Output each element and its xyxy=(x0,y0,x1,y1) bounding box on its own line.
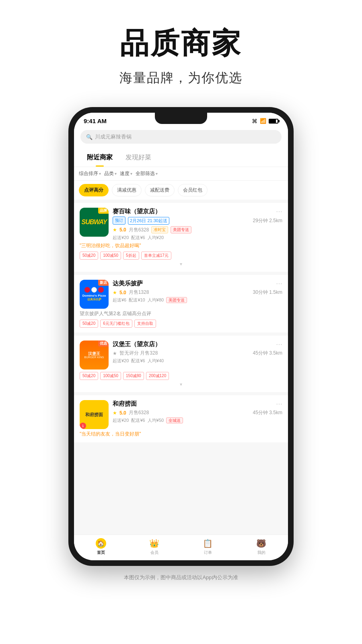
bottom-nav: 🏠 首页 👑 会员 📋 订单 🐻 我的 xyxy=(74,535,288,560)
merchant-logo-subway: SUBWAY 品牌 xyxy=(80,208,109,237)
dominos-badge: 新店 xyxy=(98,280,109,286)
dominos-more-icon[interactable]: ⋯ xyxy=(276,280,282,287)
hefu-tag-quancheng: 全城送 xyxy=(166,417,183,423)
subway-tag-meituan: 美团专送 xyxy=(171,226,191,233)
filter-sort[interactable]: 综合排序 ▾ xyxy=(79,170,101,177)
nav-order[interactable]: 📋 订单 xyxy=(181,538,234,555)
page-subtitle: 海量品牌，为你优选 xyxy=(119,69,243,87)
filter-row: 综合排序 ▾ 品类 ▾ 速度 ▾ 全部筛选 ▾ xyxy=(74,167,288,181)
hefu-notification-dot: 1 xyxy=(80,423,86,429)
bk-time-dist: 45分钟 3.5km xyxy=(253,350,282,357)
filter-category[interactable]: 品类 ▾ xyxy=(104,170,117,177)
hefu-price-row: 起送¥20 配送¥6 人均¥50 全城送 xyxy=(113,417,282,423)
hefu-monthly-sales: 月售6328 xyxy=(129,409,149,416)
hefu-review: "当天结的友友，当日变好朋" xyxy=(80,431,282,438)
merchant-header-dominos: Domino's Pizza 达美乐比萨 新店 达美乐披萨 ⋯ ★ 5.0 xyxy=(80,280,282,309)
merchant-card-hefu[interactable]: 和府捞面 1 和府捞面 ⋯ ★ 5.0 月售6328 xyxy=(74,395,288,442)
home-icon: 🏠 xyxy=(96,538,106,549)
dominos-info: 达美乐披萨 ⋯ ★ 5.0 月售1328 30分钟 1.5km xyxy=(113,280,282,303)
bk-badge: 优选 xyxy=(98,341,109,347)
subway-more-icon[interactable]: ⋯ xyxy=(276,208,282,215)
filter-speed[interactable]: 速度 ▾ xyxy=(120,170,132,177)
bk-rating-sales: 暂无评分 月售328 xyxy=(119,350,158,357)
merchant-logo-bk: 汉堡王 BURGER KING 优选 xyxy=(80,341,109,369)
dominos-name-row: 达美乐披萨 ⋯ xyxy=(113,280,282,287)
search-bar[interactable]: 🔍 川成元麻辣香锅 xyxy=(80,130,282,144)
qf-discount[interactable]: 满减优惠 xyxy=(112,184,142,196)
bk-more-icon[interactable]: ⋯ xyxy=(276,341,282,348)
search-icon: 🔍 xyxy=(86,134,93,140)
merchant-card-dominos[interactable]: Domino's Pizza 达美乐比萨 新店 达美乐披萨 ⋯ ★ 5.0 xyxy=(74,275,288,332)
subway-promo-3: 首单立减17元 xyxy=(141,252,171,260)
subway-promo-1: 100减50 xyxy=(100,252,121,260)
subway-prebook: 预订 xyxy=(113,217,125,225)
subway-promo-2: 5折起 xyxy=(123,252,139,260)
search-bar-wrap: 🔍 川成元麻辣香锅 xyxy=(74,127,288,149)
dominos-price-row: 起送¥6 配送¥10 人均¥80 美团专送 xyxy=(113,297,282,303)
qf-high-rating[interactable]: 点评高分 xyxy=(79,184,109,196)
subway-name: 赛百味（望京店） xyxy=(113,208,161,215)
nav-member[interactable]: 👑 会员 xyxy=(128,538,181,555)
all-filter-arrow-icon: ▾ xyxy=(156,171,158,176)
hefu-more-icon[interactable]: ⋯ xyxy=(276,400,282,408)
phone-frame: 9:41 AM ⌘ 📶 🔍 川成元麻辣香锅 附近商家 发现好菜 综合 xyxy=(68,107,294,566)
status-time: 9:41 AM xyxy=(84,118,107,124)
merchant-list: SUBWAY 品牌 赛百味（望京店） ⋯ 预订 2月26日 21:30起送 29 xyxy=(74,200,288,535)
dominos-rating: 5.0 xyxy=(119,290,126,295)
tab-discover-food[interactable]: 发现好菜 xyxy=(119,149,158,167)
hefu-rating: 5.0 xyxy=(119,410,126,416)
tab-row: 附近商家 发现好菜 xyxy=(74,149,288,167)
bk-price-row: 起送¥20 配送¥6 人均¥40 xyxy=(113,358,282,364)
category-arrow-icon: ▾ xyxy=(115,171,117,176)
subway-star-icon: ★ xyxy=(113,227,117,233)
qf-free-delivery[interactable]: 减配送费 xyxy=(145,184,175,196)
subway-badge: 品牌 xyxy=(98,208,109,214)
nav-mine[interactable]: 🐻 我的 xyxy=(234,538,288,555)
subway-rating: 5.0 xyxy=(119,227,126,233)
dominos-star-icon: ★ xyxy=(113,290,117,295)
bk-name: 汉堡王（望京店） xyxy=(113,341,161,348)
subway-expand-arrow[interactable]: ▾ xyxy=(80,261,282,267)
phone-screen: 9:41 AM ⌘ 📶 🔍 川成元麻辣香锅 附近商家 发现好菜 综合 xyxy=(74,113,288,560)
dominos-tag-meituan: 美团专送 xyxy=(166,297,187,303)
merchant-header-subway: SUBWAY 品牌 赛百味（望京店） ⋯ 预订 2月26日 21:30起送 29 xyxy=(80,208,282,241)
qf-member-coupon[interactable]: 会员红包 xyxy=(178,184,208,196)
dominos-time-dist: 30分钟 1.5km xyxy=(253,289,282,296)
order-icon: 📋 xyxy=(203,538,213,549)
bk-promos: 50减20 100减50 150减80 200减120 xyxy=(80,372,282,380)
subway-delivery-row: 预订 2月26日 21:30起送 29分钟 2.5km xyxy=(113,217,282,225)
subway-rating-row: ★ 5.0 月售6328 准时宝 美团专送 xyxy=(113,226,282,233)
subway-price-row: 起送¥20 配送¥6 人均¥20 xyxy=(113,235,282,241)
hefu-star-icon: ★ xyxy=(113,410,117,416)
member-icon: 👑 xyxy=(149,538,160,549)
subway-info: 赛百味（望京店） ⋯ 预订 2月26日 21:30起送 29分钟 2.5km ★ xyxy=(113,208,282,241)
search-placeholder: 川成元麻辣香锅 xyxy=(95,133,132,140)
subway-name-row: 赛百味（望京店） ⋯ xyxy=(113,208,282,215)
merchant-card-subway[interactable]: SUBWAY 品牌 赛百味（望京店） ⋯ 预订 2月26日 21:30起送 29 xyxy=(74,203,288,272)
wifi-signal-icon: 📶 xyxy=(260,118,266,124)
nav-home[interactable]: 🏠 首页 xyxy=(74,538,128,555)
bk-promo-2: 150减80 xyxy=(123,372,144,380)
filter-all[interactable]: 全部筛选 ▾ xyxy=(136,170,158,177)
dominos-monthly-sales: 月售1328 xyxy=(129,289,149,296)
hefu-rating-row: ★ 5.0 月售6328 45分钟 3.5km xyxy=(113,409,282,416)
subway-delivery-time: 2月26日 21:30起送 xyxy=(128,217,169,225)
merchant-header-hefu: 和府捞面 1 和府捞面 ⋯ ★ 5.0 月售6328 xyxy=(80,400,282,429)
bk-expand-arrow[interactable]: ▾ xyxy=(80,382,282,387)
merchant-header-bk: 汉堡王 BURGER KING 优选 汉堡王（望京店） ⋯ ★ 暂无评分 月售3… xyxy=(80,341,282,369)
dominos-name: 达美乐披萨 xyxy=(113,280,143,287)
status-icons: ⌘ 📶 xyxy=(252,118,278,124)
subway-review: "三明治很好吃，饮品超好喝" xyxy=(80,242,282,249)
nav-member-label: 会员 xyxy=(150,550,158,555)
sort-arrow-icon: ▾ xyxy=(99,171,101,176)
tab-nearby-merchants[interactable]: 附近商家 xyxy=(80,149,119,167)
merchant-logo-hefu: 和府捞面 1 xyxy=(80,400,109,429)
dominos-review: 望京披萨人气第2名 店铺高分点评 xyxy=(80,310,282,317)
bk-star-icon: ★ xyxy=(113,351,117,356)
dominos-promo-0: 50减20 xyxy=(80,320,98,328)
dominos-rating-row: ★ 5.0 月售1328 30分钟 1.5km xyxy=(113,289,282,296)
merchant-card-bk[interactable]: 汉堡王 BURGER KING 优选 汉堡王（望京店） ⋯ ★ 暂无评分 月售3… xyxy=(74,336,288,392)
footer-disclaimer: 本图仅为示例，图中商品或活动以App内公示为准 xyxy=(124,574,238,581)
nav-home-label: 首页 xyxy=(97,550,105,555)
mine-icon: 🐻 xyxy=(256,538,267,549)
